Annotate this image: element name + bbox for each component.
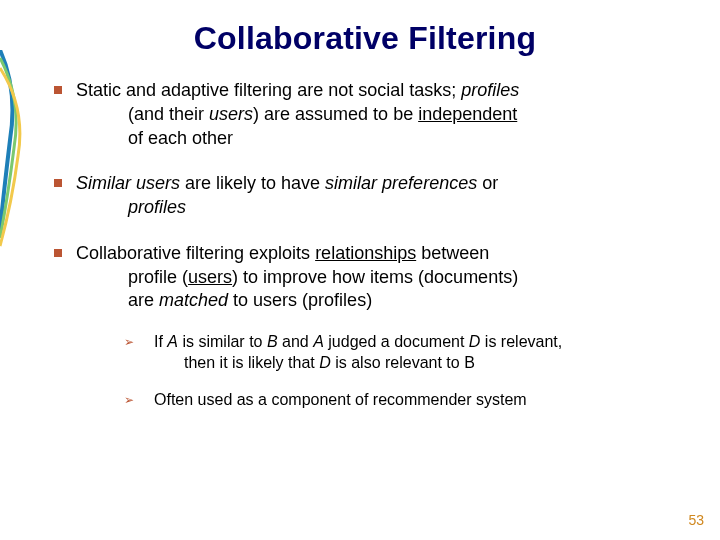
bullet-text: Static and adaptive filtering are not so… bbox=[76, 80, 519, 100]
bullet-text: (and their users) are assumed to be inde… bbox=[76, 103, 680, 127]
sub-bullet-item: ➢ If A is similar to B and A judged a do… bbox=[124, 331, 680, 373]
sub-bullet-text: then it is likely that D is also relevan… bbox=[154, 352, 680, 373]
bullet-item: Collaborative filtering exploits relatio… bbox=[50, 242, 680, 411]
bullet-text: profiles bbox=[76, 196, 680, 220]
bullet-list: Static and adaptive filtering are not so… bbox=[50, 79, 680, 410]
bullet-item: Similar users are likely to have similar… bbox=[50, 172, 680, 220]
bullet-text: Similar users are likely to have similar… bbox=[76, 173, 498, 193]
arrow-bullet-icon: ➢ bbox=[124, 393, 134, 409]
square-bullet-icon bbox=[54, 179, 62, 187]
arrow-bullet-icon: ➢ bbox=[124, 335, 134, 351]
bullet-text: of each other bbox=[76, 127, 680, 151]
sub-bullet-text: Often used as a component of recommender… bbox=[154, 391, 527, 408]
sub-bullet-list: ➢ If A is similar to B and A judged a do… bbox=[76, 331, 680, 410]
bullet-text: Collaborative filtering exploits relatio… bbox=[76, 243, 489, 263]
square-bullet-icon bbox=[54, 249, 62, 257]
bullet-item: Static and adaptive filtering are not so… bbox=[50, 79, 680, 150]
corner-decoration bbox=[0, 50, 34, 250]
sub-bullet-item: ➢ Often used as a component of recommend… bbox=[124, 389, 680, 410]
slide-title: Collaborative Filtering bbox=[50, 20, 680, 57]
page-number: 53 bbox=[688, 512, 704, 528]
bullet-text: profile (users) to improve how items (do… bbox=[76, 266, 680, 290]
sub-bullet-text: If A is similar to B and A judged a docu… bbox=[154, 333, 562, 350]
square-bullet-icon bbox=[54, 86, 62, 94]
bullet-text: are matched to users (profiles) bbox=[76, 289, 680, 313]
